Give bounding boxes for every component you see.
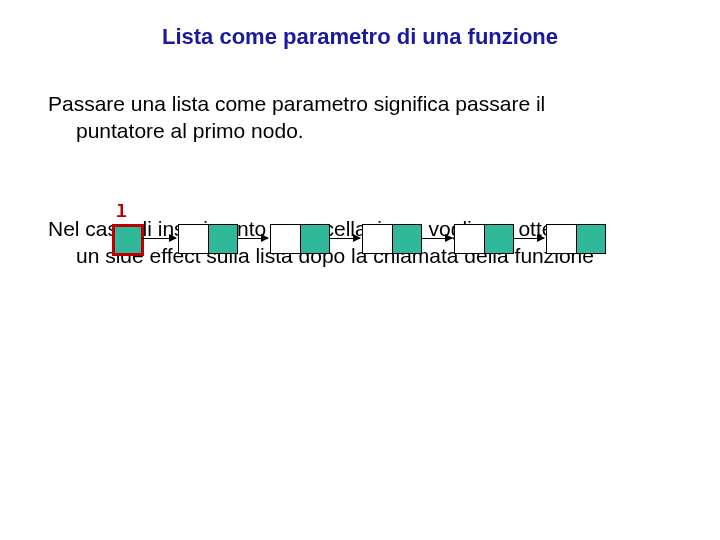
list-node — [454, 224, 514, 254]
node-next — [485, 225, 514, 253]
pointer-label: l — [116, 202, 127, 222]
list-node — [178, 224, 238, 254]
node-data — [179, 225, 209, 253]
node-data — [455, 225, 485, 253]
node-next — [301, 225, 330, 253]
linked-list-diagram: l — [100, 200, 640, 270]
node-next — [209, 225, 238, 253]
paragraph-1: Passare una lista come parametro signifi… — [0, 90, 720, 145]
pointer-arrow — [514, 238, 544, 239]
node-next — [393, 225, 422, 253]
slide-title: Lista come parametro di una funzione — [0, 0, 720, 50]
list-head-pointer — [112, 224, 144, 256]
pointer-arrow — [238, 238, 268, 239]
para1-line2: puntatore al primo nodo. — [48, 117, 672, 144]
list-node — [270, 224, 330, 254]
node-data — [547, 225, 577, 253]
para1-line1: Passare una lista come parametro signifi… — [48, 92, 545, 115]
pointer-arrow — [422, 238, 452, 239]
node-data — [363, 225, 393, 253]
node-data — [271, 225, 301, 253]
list-node — [546, 224, 606, 254]
node-next — [577, 225, 606, 253]
list-node — [362, 224, 422, 254]
pointer-arrow — [330, 238, 360, 239]
pointer-arrow — [142, 238, 176, 239]
